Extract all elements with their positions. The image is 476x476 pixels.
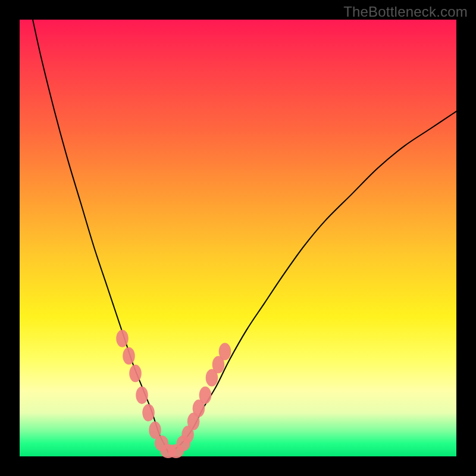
- chart-frame: TheBottleneck.com: [0, 0, 476, 476]
- trough-bead: [199, 387, 212, 404]
- trough-bead: [123, 347, 135, 365]
- curve-right-branch: [168, 111, 456, 452]
- trough-bead: [142, 404, 155, 421]
- trough-bead: [136, 387, 148, 404]
- trough-bead: [129, 365, 142, 382]
- curve-left-branch: [33, 20, 168, 452]
- trough-bead: [116, 330, 129, 347]
- trough-bead: [219, 343, 231, 360]
- curve-layer: [20, 20, 456, 456]
- watermark-text: TheBottleneck.com: [343, 4, 468, 20]
- trough-beads-group: [116, 330, 231, 458]
